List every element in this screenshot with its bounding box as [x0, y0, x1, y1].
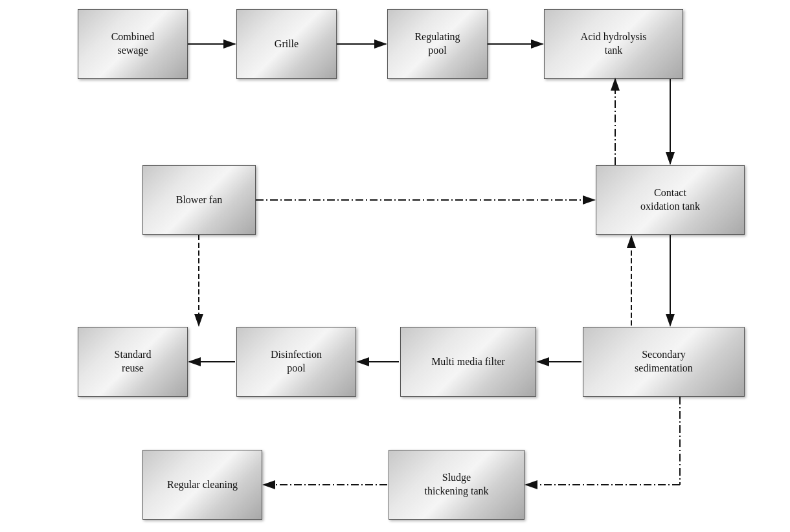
combined-sewage-box: Combined sewage	[78, 9, 188, 79]
regular-cleaning-box: Regular cleaning	[142, 450, 262, 520]
standard-reuse-box: Standard reuse	[78, 327, 188, 397]
sludge-thickening-box: Sludge thickening tank	[389, 450, 525, 520]
regulating-pool-box: Regulating pool	[387, 9, 488, 79]
multi-media-filter-box: Multi media filter	[400, 327, 536, 397]
diagram: Combined sewage Grille Regulating pool A…	[0, 0, 790, 532]
grille-box: Grille	[236, 9, 337, 79]
blower-fan-box: Blower fan	[142, 165, 256, 235]
disinfection-pool-box: Disinfection pool	[236, 327, 356, 397]
secondary-sedimentation-box: Secondary sedimentation	[583, 327, 745, 397]
acid-hydrolysis-box: Acid hydrolysis tank	[544, 9, 683, 79]
contact-oxidation-box: Contact oxidation tank	[596, 165, 745, 235]
